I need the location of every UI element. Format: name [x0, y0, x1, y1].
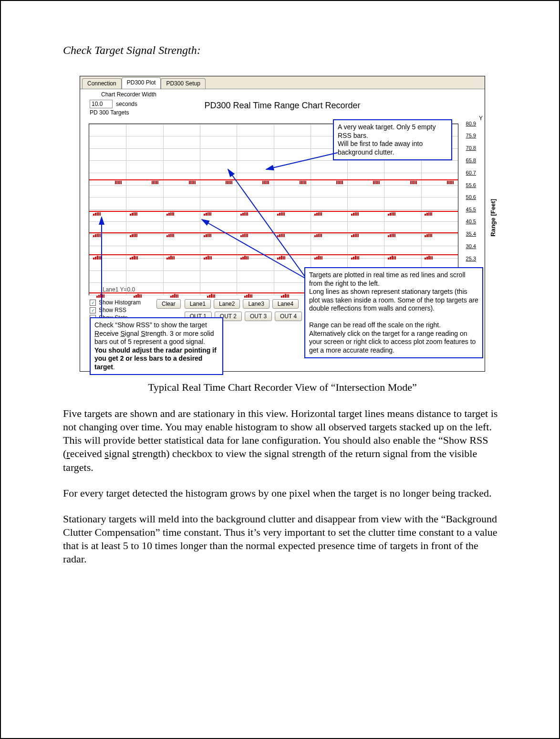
rss-indicator: [388, 234, 396, 237]
rss-indicator: [204, 256, 212, 260]
y-letter: Y: [479, 115, 483, 122]
rss-indicator: [425, 256, 433, 260]
rss-indicator: [240, 256, 249, 260]
y-tick: 50.6: [460, 194, 476, 200]
y-tick: 80.9: [460, 121, 476, 126]
rss-indicator: [281, 294, 290, 298]
tab-strip: Connection PD300 Plot PD300 Setup: [80, 76, 485, 89]
y-tick: 45.5: [460, 207, 476, 212]
y-tick: 25.3: [460, 256, 476, 261]
rss-indicator: [425, 234, 433, 237]
rss-indicator: [130, 256, 138, 260]
rss-indicator: [262, 181, 270, 184]
y-tick: 70.8: [460, 145, 476, 151]
rss-indicator: [93, 212, 101, 216]
rss-indicator: [351, 234, 359, 237]
rss-indicator: [134, 294, 142, 298]
rss-indicator: [204, 234, 212, 237]
checkbox-histogram-label: Show Histogram: [99, 299, 141, 306]
rss-indicator: [152, 181, 159, 184]
rss-indicator: [166, 256, 175, 260]
y-tick: 35.4: [460, 231, 476, 237]
lane4-button[interactable]: Lane4: [272, 299, 299, 309]
rss-indicator: [244, 294, 253, 298]
rss-indicator: [314, 256, 323, 260]
y-tick: 75.9: [460, 133, 476, 138]
rss-indicator: [314, 234, 322, 237]
rss-indicator: [115, 181, 122, 184]
lane-indicator: Lane1 Y=0.0: [103, 286, 135, 293]
tab-pd300-setup[interactable]: PD300 Setup: [161, 78, 205, 89]
target-line[interactable]: [89, 254, 458, 255]
out4-button[interactable]: OUT 4: [275, 312, 302, 321]
callout-show-rss: Check “Show RSS” to show the target Rece…: [90, 317, 223, 375]
recorder-width-label: Chart Recorder Width: [101, 91, 156, 98]
rss-indicator: [189, 181, 196, 184]
paragraph-2: For every target detected the histogram …: [63, 487, 502, 500]
rss-indicator: [170, 294, 179, 298]
checkbox-rss[interactable]: ✓: [90, 307, 96, 313]
rss-indicator: [351, 212, 359, 216]
rss-indicator: [207, 294, 216, 298]
lane2-button[interactable]: Lane2: [214, 299, 240, 309]
callout-targets-plotted: Targets are plotted in real time as red …: [304, 267, 483, 358]
y-tick: 60.7: [460, 170, 476, 176]
rss-indicator: [277, 256, 286, 260]
figure-caption: Typical Real Time Chart Recorder View of…: [63, 381, 502, 394]
rss-indicator: [226, 181, 233, 184]
rss-indicator: [388, 212, 396, 216]
rss-indicator: [388, 256, 396, 260]
rss-indicator: [166, 212, 175, 216]
y-tick: 40.5: [460, 219, 476, 224]
paragraph-3: Stationary targets will meld into the ba…: [63, 512, 502, 566]
clear-button[interactable]: Clear: [156, 299, 181, 309]
paragraph-1: Five targets are shown and are stationar…: [63, 407, 502, 474]
rss-indicator: [336, 181, 343, 184]
rss-indicator: [410, 181, 417, 184]
rss-indicator: [373, 181, 380, 184]
target-line[interactable]: [89, 211, 458, 212]
rss-indicator: [300, 181, 307, 184]
rss-indicator: [130, 234, 138, 237]
lane1-button[interactable]: Lane1: [185, 299, 211, 309]
checkbox-histogram[interactable]: ✓: [90, 300, 96, 306]
rss-indicator: [425, 212, 433, 216]
rss-indicator: [240, 212, 249, 216]
y-tick: 30.4: [460, 243, 476, 249]
rss-indicator: [240, 234, 249, 237]
out3-button[interactable]: OUT 3: [245, 312, 272, 321]
rss-indicator: [204, 212, 212, 216]
rss-indicator: [277, 212, 285, 216]
tab-connection[interactable]: Connection: [82, 78, 122, 89]
section-heading: Check Target Signal Strength:: [63, 44, 502, 57]
lane3-button[interactable]: Lane3: [243, 299, 269, 309]
rss-indicator: [93, 256, 102, 260]
rss-indicator: [166, 234, 175, 237]
tab-pd300-plot[interactable]: PD300 Plot: [122, 77, 161, 89]
checkbox-rss-label: Show RSS: [99, 307, 126, 313]
rss-indicator: [277, 234, 285, 237]
callout-weak-target: A very weak target. Only 5 empty RSS bar…: [333, 119, 452, 160]
chart-title: PD300 Real Time Range Chart Recorder: [80, 101, 485, 111]
rss-indicator: [447, 181, 454, 184]
target-line[interactable]: [89, 232, 458, 233]
rss-indicator: [93, 234, 101, 237]
rss-indicator: [314, 212, 322, 216]
target-line[interactable]: [89, 179, 458, 180]
y-tick: 65.8: [460, 157, 476, 163]
app-screenshot-panel: Connection PD300 Plot PD300 Setup Chart …: [80, 76, 485, 372]
rss-indicator: [351, 256, 360, 260]
y-axis-title: Range [Feet]: [489, 199, 497, 237]
rss-indicator: [96, 294, 105, 298]
document-page: Check Target Signal Strength: Connection…: [0, 0, 560, 739]
callout-weak-text: A very weak target. Only 5 empty RSS bar…: [338, 123, 436, 156]
y-tick: 55.6: [460, 182, 476, 188]
rss-indicator: [130, 212, 138, 216]
